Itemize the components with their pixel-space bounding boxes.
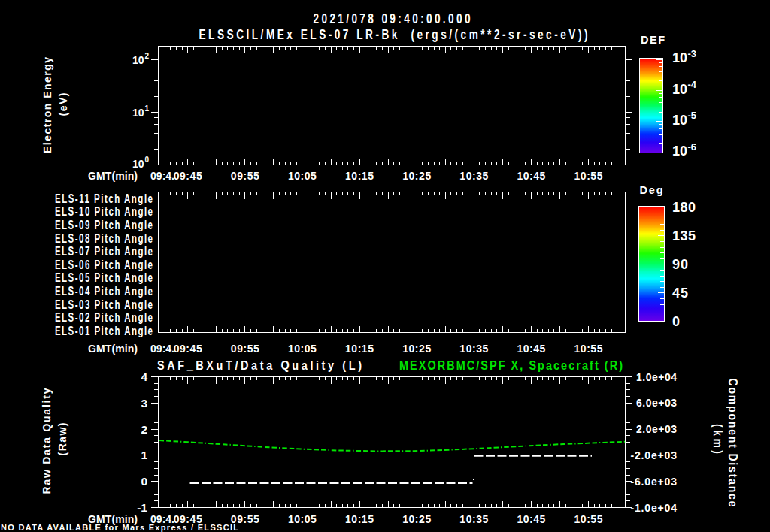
svg-text:10:35: 10:35 [459,343,488,355]
svg-text:10:55: 10:55 [574,513,603,525]
svg-text:09:45: 09:45 [174,343,202,355]
svg-text:0: 0 [141,475,147,488]
svg-text:10:15: 10:15 [345,170,374,182]
svg-text:09:4.: 09:4. [150,170,174,182]
svg-text:135: 135 [672,228,696,243]
svg-text:0: 0 [672,314,680,329]
svg-text:90: 90 [672,257,688,272]
svg-text:10: 10 [672,50,687,65]
svg-text:4: 4 [141,370,147,383]
svg-text:3: 3 [141,397,147,410]
svg-text:10:45: 10:45 [517,170,545,182]
svg-text:10: 10 [672,113,687,128]
svg-text:10: 10 [132,107,144,119]
svg-text:MEXORBMC/SPF X, Spacecraft (R): MEXORBMC/SPF X, Spacecraft (R) [399,358,623,372]
svg-text:10:35: 10:35 [459,170,488,182]
svg-text:09:4.: 09:4. [150,343,174,355]
svg-text:10: 10 [672,82,687,97]
svg-text:10:05: 10:05 [288,513,317,525]
svg-text:10:05: 10:05 [288,343,317,355]
svg-text:10: 10 [132,54,144,66]
svg-text:1.0e+04: 1.0e+04 [636,371,677,383]
svg-text:1: 1 [145,104,150,113]
svg-text:-1: -1 [137,501,147,514]
svg-text:Component Distance: Component Distance [726,379,741,507]
svg-text:(eV): (eV) [57,93,69,116]
svg-text:(Raw): (Raw) [56,423,68,456]
svg-text:10:55: 10:55 [574,170,603,182]
svg-text:09:55: 09:55 [231,343,259,355]
svg-text:1: 1 [141,449,147,461]
svg-text:GMT(min): GMT(min) [88,170,138,182]
svg-text:-3: -3 [688,48,697,59]
svg-text:-5: -5 [688,110,697,121]
svg-text:10:15: 10:15 [345,513,374,525]
svg-text:-6: -6 [688,141,697,153]
svg-text:10:25: 10:25 [402,343,431,355]
svg-text:10:45: 10:45 [517,513,545,525]
svg-text:10:25: 10:25 [402,170,431,182]
svg-text:10:35: 10:35 [459,513,488,525]
svg-text:2.0e+03: 2.0e+03 [636,423,677,435]
svg-text:10:45: 10:45 [517,343,545,355]
svg-text:10:05: 10:05 [288,170,317,182]
svg-text:-1.0e+04: -1.0e+04 [631,502,678,514]
svg-text:6.0e+03: 6.0e+03 [636,397,677,409]
svg-text:NO DATA AVAILABLE for Mars Exp: NO DATA AVAILABLE for Mars Express / ELS… [1,523,238,532]
svg-text:09:45: 09:45 [174,170,202,182]
svg-text:2: 2 [141,423,147,436]
svg-text:SAF_BXuT/Data Quality (L): SAF_BXuT/Data Quality (L) [157,358,362,372]
svg-text:10:25: 10:25 [402,513,431,525]
svg-text:GMT(min): GMT(min) [88,343,138,355]
svg-text:10: 10 [672,144,687,159]
svg-text:10:55: 10:55 [574,343,603,355]
svg-text:10:15: 10:15 [345,343,374,355]
svg-text:09:55: 09:55 [231,170,259,182]
svg-text:ELSSCIL/MEx ELS-07 LR-Bk (erg: ELSSCIL/MEx ELS-07 LR-Bk (ergs/(cm**2-sr… [199,26,587,43]
svg-text:2: 2 [145,52,150,60]
svg-text:10: 10 [132,158,144,170]
svg-text:-2.0e+03: -2.0e+03 [631,449,678,461]
svg-text:Deg: Deg [640,184,663,196]
svg-text:-4: -4 [688,79,697,90]
svg-text:0: 0 [145,156,150,164]
svg-text:-6.0e+03: -6.0e+03 [631,476,678,488]
svg-text:180: 180 [672,200,696,215]
svg-text:DEF: DEF [641,34,665,46]
svg-text:45: 45 [672,286,688,301]
